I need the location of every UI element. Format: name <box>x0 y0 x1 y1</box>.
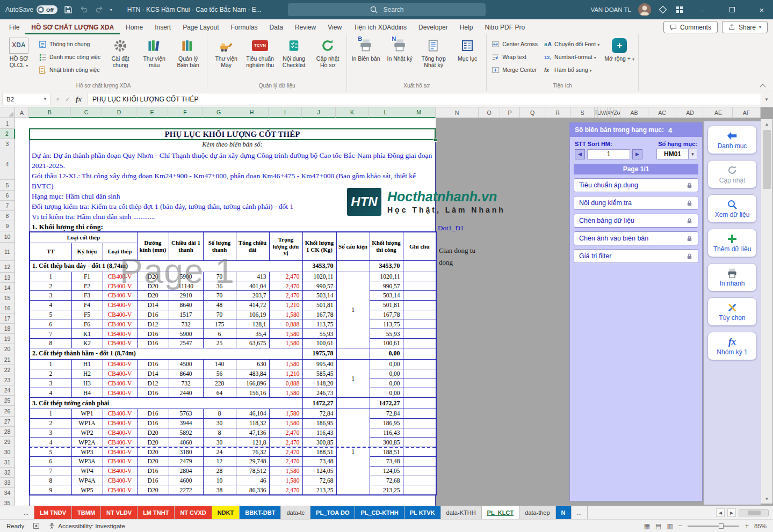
data-cell[interactable]: CB400-V <box>103 339 137 348</box>
muc-luc-button[interactable]: Mục lục <box>451 35 483 63</box>
row-header[interactable]: 35 <box>0 498 15 506</box>
ghi-chu-cell[interactable] <box>403 310 436 319</box>
data-cell[interactable]: 70 <box>203 291 236 301</box>
data-cell[interactable]: 1,580 <box>269 418 302 428</box>
table-row[interactable]: 7WP4CB400-VD1628042878,5121,580124,05124… <box>30 466 436 476</box>
data-cell[interactable]: CB400-V <box>103 476 137 485</box>
data-cell[interactable]: 55,93 <box>370 329 403 339</box>
data-cell[interactable]: 0,888 <box>269 378 302 388</box>
data-cell[interactable]: WP1 <box>71 409 103 419</box>
normal-view-icon[interactable]: ▦ <box>644 522 650 530</box>
data-cell[interactable]: 188,51 <box>302 447 336 457</box>
empty-cell[interactable] <box>336 348 370 359</box>
hoso-qlcl-button[interactable]: XDA HỒ SƠ QLCL <box>3 35 35 70</box>
data-cell[interactable]: 7 <box>30 329 71 339</box>
table-row[interactable]: 3F3CB400-VD20291070203,72,470503,14503,1… <box>30 291 436 301</box>
row-header[interactable]: 23 <box>0 375 15 385</box>
data-cell[interactable]: 5892 <box>169 428 203 438</box>
row-header[interactable]: 28 <box>0 427 15 437</box>
tong-hop-nhat-ky-button[interactable]: Tổng hợp Nhật ký <box>417 35 450 70</box>
data-cell[interactable]: 2,470 <box>269 447 302 457</box>
data-cell[interactable]: D12 <box>137 319 169 329</box>
data-cell[interactable]: 1 <box>30 359 71 369</box>
cancel-icon[interactable]: × <box>56 96 60 103</box>
data-cell[interactable]: 2910 <box>169 291 203 301</box>
data-cell[interactable]: 1,580 <box>269 310 302 319</box>
data-cell[interactable]: 414,72 <box>236 300 269 310</box>
column-header-cell[interactable]: Đường kính (mm) <box>137 232 169 260</box>
data-cell[interactable]: 630 <box>236 359 269 369</box>
pane-item-button[interactable]: Tiêu chuẩn áp dụng <box>574 178 698 192</box>
data-cell[interactable]: 732 <box>169 319 203 329</box>
quick-access-caret-icon[interactable]: ▾ <box>110 8 112 12</box>
data-cell[interactable]: 246,73 <box>302 388 336 398</box>
row-header[interactable]: 7 <box>0 201 15 211</box>
row-header[interactable]: 18 <box>0 324 15 334</box>
data-cell[interactable]: 121,8 <box>236 438 269 447</box>
data-cell[interactable]: F1 <box>71 272 103 281</box>
ghi-chu-cell[interactable] <box>403 388 436 398</box>
data-cell[interactable]: CB400-V <box>103 378 137 388</box>
table-row[interactable]: 1F1CB400-VD205900704132,4701020,1111020,… <box>30 272 436 281</box>
data-cell[interactable]: CB400-V <box>103 409 137 419</box>
data-cell[interactable]: 2440 <box>169 388 203 398</box>
horizontal-scrollbar[interactable] <box>739 509 769 516</box>
side-button-printer[interactable]: In nhanh <box>707 263 757 291</box>
data-cell[interactable]: H4 <box>71 388 103 398</box>
page-break-view-icon[interactable]: ▥ <box>667 522 673 530</box>
row-header[interactable]: 14 <box>0 283 15 293</box>
column-header-cell[interactable]: TT <box>30 243 71 260</box>
table-row[interactable]: 8K2CB400-VD1625472563,6751,580100,61100,… <box>30 339 436 348</box>
data-cell[interactable]: D14 <box>137 369 169 378</box>
sheet-tab[interactable]: TBMM <box>72 506 101 519</box>
thong-tin-chung-button[interactable]: Thông tin chung <box>37 39 103 49</box>
data-cell[interactable]: 7 <box>30 466 71 476</box>
data-cell[interactable]: 2272 <box>169 485 203 495</box>
table-row[interactable]: 6WP3ACB400-VD2024791229,7482,47073,4873,… <box>30 457 436 467</box>
column-header-cell[interactable]: Ghi chú <box>403 232 436 260</box>
data-cell[interactable]: 167,78 <box>370 310 403 319</box>
column-header[interactable]: Q <box>520 107 545 118</box>
sheet-tab[interactable]: ... <box>18 506 34 519</box>
data-cell[interactable]: WP4A <box>71 476 103 485</box>
table-row[interactable]: 3WP2CB400-VD205892847,1362,470116,43116,… <box>30 428 436 438</box>
minimize-button[interactable]: – <box>691 0 714 19</box>
section-total-tc[interactable]: 3453,70 <box>370 260 403 272</box>
data-cell[interactable]: D20 <box>137 438 169 447</box>
redo-icon[interactable] <box>95 5 104 14</box>
row-header[interactable]: 16 <box>0 303 15 314</box>
row-header[interactable]: 1 <box>0 118 15 129</box>
pane-item-button[interactable]: Nội dung kiểm tra <box>574 196 698 210</box>
data-cell[interactable]: 118,32 <box>236 418 269 428</box>
data-cell[interactable]: 2,470 <box>269 281 302 291</box>
section-total-tc[interactable]: 1472,27 <box>370 398 403 409</box>
scroll-down-icon[interactable]: ▼ <box>761 494 772 504</box>
row-header[interactable]: 31 <box>0 457 15 468</box>
data-cell[interactable]: H2 <box>71 369 103 378</box>
ribbon-tab[interactable]: HỒ SƠ CHẤT LƯỢNG XDA <box>25 20 120 34</box>
empty-cell[interactable] <box>403 260 436 272</box>
data-cell[interactable]: 203,7 <box>236 291 269 301</box>
data-cell[interactable]: D12 <box>137 378 169 388</box>
formula-input[interactable]: PHỤ LỤC KHỐI LƯỢNG CỐT THÉP <box>87 93 761 105</box>
data-cell[interactable]: 156,16 <box>236 388 269 398</box>
data-cell[interactable]: 1,210 <box>269 369 302 378</box>
data-cell[interactable]: CB400-V <box>103 359 137 369</box>
data-cell[interactable]: 1,580 <box>269 359 302 369</box>
data-cell[interactable]: CB400-V <box>103 457 137 467</box>
data-cell[interactable]: K1 <box>71 329 103 339</box>
sheet-tab[interactable]: data-tc <box>281 506 310 519</box>
data-cell[interactable]: F2 <box>71 281 103 291</box>
data-cell[interactable]: CB400-V <box>103 466 137 476</box>
data-cell[interactable]: 63,675 <box>236 339 269 348</box>
data-cell[interactable]: D14 <box>137 300 169 310</box>
data-cell[interactable]: 28 <box>203 466 236 476</box>
table-row[interactable]: 6F6CB400-VD12732175128,10,888113,75113,7… <box>30 319 436 329</box>
column-header[interactable]: D <box>102 107 136 118</box>
thu-vien-may-button[interactable]: Thư viện Máy <box>210 35 242 70</box>
row-header[interactable]: 25 <box>0 396 15 406</box>
row-header[interactable]: 6 <box>0 191 15 201</box>
row-header[interactable]: 12 <box>0 261 15 273</box>
column-header-cell[interactable]: Chiều dài 1 thanh <box>169 232 203 260</box>
table-row[interactable]: 9WP5CB400-VD2022723886,3362,470213,25213… <box>30 485 436 495</box>
